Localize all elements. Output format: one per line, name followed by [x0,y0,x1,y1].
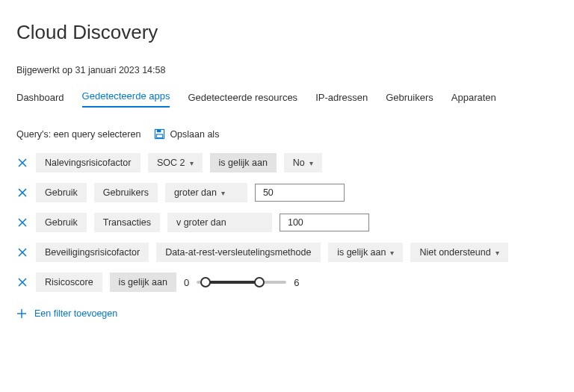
add-filter-label: Een filter toevoegen [34,308,117,319]
filter-value-select[interactable]: No▾ [284,153,322,172]
page-title: Cloud Discovery [16,21,558,44]
filter-field[interactable]: Nalevingsrisicofactor [36,153,141,172]
slider-thumb-min[interactable] [200,277,211,287]
filter-operator[interactable]: is gelijk aan [210,153,277,172]
add-filter-button[interactable]: Een filter toevoegen [16,308,558,319]
filter-row-usage-transactions: Gebruik Transacties v groter dan 100 [16,213,558,232]
filter-value-select[interactable]: Niet ondersteund▾ [410,243,507,262]
filter-row-compliance: Nalevingsrisicofactor SOC 2▾ is gelijk a… [16,153,558,172]
remove-filter-icon[interactable] [16,187,28,199]
filter-value-input[interactable]: 50 [255,184,345,202]
svg-rect-2 [157,134,163,138]
remove-filter-icon[interactable] [16,217,28,228]
filter-operator[interactable]: is gelijk aan [110,273,176,292]
updated-timestamp: Bijgewerkt op 31 januari 2023 14:58 [16,65,558,75]
filter-subfield[interactable]: Gebruikers [94,183,158,202]
plus-icon [16,308,27,319]
save-as-button[interactable]: Opslaan als [154,128,219,140]
tab-users[interactable]: Gebruikers [386,89,433,108]
slider-track[interactable] [197,281,286,284]
tab-ip-addresses[interactable]: IP-adressen [315,89,368,108]
chevron-down-icon: ▾ [496,249,499,257]
remove-filter-icon[interactable] [16,246,28,258]
filter-subfield[interactable]: Transacties [94,213,160,232]
query-selector-label[interactable]: Query's: een query selecteren [16,129,141,140]
chevron-down-icon: ▾ [390,249,394,257]
tab-detected-resources[interactable]: Gedetecteerde resources [188,89,297,108]
slider-max-label: 6 [294,277,299,288]
remove-filter-icon[interactable] [16,276,28,288]
chevron-down-icon: ▾ [190,159,194,167]
svg-rect-1 [157,129,161,132]
filter-value-input[interactable]: 100 [280,214,369,231]
filter-field[interactable]: Gebruik [36,213,87,232]
filter-operator-select[interactable]: groter dan▾ [165,183,247,202]
slider-min-label: 0 [184,277,189,288]
filters-list: Nalevingsrisicofactor SOC 2▾ is gelijk a… [16,153,558,292]
filter-operator[interactable]: is gelijk aan▾ [328,243,403,262]
query-row: Query's: een query selecteren Opslaan al… [16,128,558,140]
save-icon [154,128,165,140]
filter-subfield[interactable]: Data-at-rest-versleutelingsmethode [156,243,321,262]
chevron-down-icon: ▾ [221,189,225,197]
risk-score-slider[interactable]: 0 6 [184,277,299,288]
remove-filter-icon[interactable] [16,157,28,169]
filter-field[interactable]: Gebruik [36,183,87,202]
filter-operator[interactable]: v groter dan [167,213,272,232]
filter-subfield-select[interactable]: SOC 2▾ [148,153,203,172]
tab-dashboard[interactable]: Dashboard [16,89,64,108]
tab-devices[interactable]: Apparaten [451,89,496,108]
slider-thumb-max[interactable] [254,277,265,287]
tab-detected-apps[interactable]: Gedetecteerde apps [82,87,170,108]
filter-row-riskscore: Risicoscore is gelijk aan 0 6 [16,273,558,292]
filter-field[interactable]: Beveiligingsrisicofactor [36,243,149,262]
tabs-bar: Dashboard Gedetecteerde apps Gedetecteer… [16,87,558,108]
filter-field[interactable]: Risicoscore [36,273,102,292]
filter-row-usage-users: Gebruik Gebruikers groter dan▾ 50 [16,183,558,202]
chevron-down-icon: ▾ [309,159,313,167]
filter-row-security: Beveiligingsrisicofactor Data-at-rest-ve… [16,243,558,262]
save-as-label: Opslaan als [170,129,219,140]
